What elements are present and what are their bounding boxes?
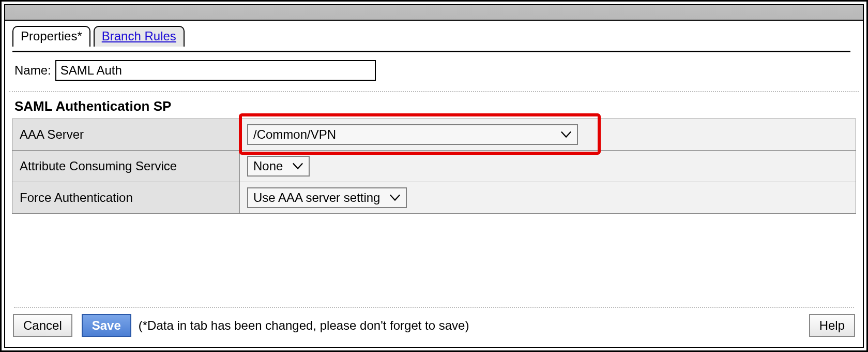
- aaa-server-select[interactable]: /Common/VPN: [247, 124, 578, 145]
- save-button-label: Save: [92, 318, 121, 332]
- footer-separator: [14, 307, 854, 308]
- help-button-label: Help: [819, 318, 845, 332]
- chevron-down-icon: [292, 159, 303, 173]
- cancel-button-label: Cancel: [23, 318, 62, 332]
- attribute-consuming-service-select[interactable]: None: [247, 156, 310, 177]
- tab-properties-label: Properties*: [21, 29, 82, 43]
- help-button[interactable]: Help: [809, 314, 855, 337]
- aaa-server-label: AAA Server: [12, 119, 240, 151]
- name-input[interactable]: [55, 60, 376, 81]
- tabs-underline: [12, 51, 850, 52]
- tab-branch-rules[interactable]: Branch Rules: [94, 26, 185, 47]
- attribute-consuming-service-label: Attribute Consuming Service: [12, 151, 240, 182]
- tab-branch-rules-link[interactable]: Branch Rules: [102, 29, 176, 43]
- force-authentication-label: Force Authentication: [12, 182, 240, 214]
- unsaved-changes-message: (*Data in tab has been changed, please d…: [139, 318, 469, 333]
- force-authentication-value: Use AAA server setting: [253, 190, 380, 205]
- chevron-down-icon: [560, 127, 572, 142]
- chevron-down-icon: [389, 190, 401, 205]
- name-label: Name:: [14, 63, 51, 78]
- section-separator: [9, 91, 859, 92]
- attribute-consuming-service-value: None: [253, 159, 283, 173]
- save-button[interactable]: Save: [82, 314, 131, 337]
- section-title: SAML Authentication SP: [14, 98, 863, 114]
- cancel-button[interactable]: Cancel: [13, 314, 72, 337]
- tab-properties[interactable]: Properties*: [12, 26, 90, 47]
- force-authentication-select[interactable]: Use AAA server setting: [247, 187, 407, 208]
- window-titlebar: [5, 5, 863, 21]
- aaa-server-value: /Common/VPN: [253, 127, 336, 142]
